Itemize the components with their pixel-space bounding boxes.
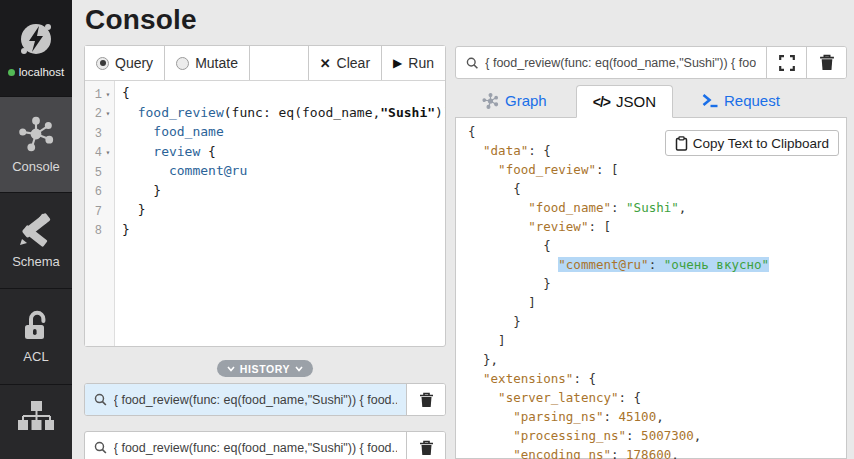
- clear-result-button[interactable]: [806, 47, 846, 78]
- sidebar-item-label: Console: [12, 159, 60, 174]
- sidebar-item-cluster[interactable]: [0, 385, 72, 459]
- radio-unselected-icon: [176, 57, 189, 70]
- graph-tab-icon: [482, 93, 499, 109]
- run-play-icon: ▶: [393, 56, 402, 70]
- json-result-panel: Copy Text to Clipboard { "data": { "food…: [455, 118, 847, 459]
- history-toggle-row: HISTORY: [84, 360, 446, 377]
- result-query-preview[interactable]: { food_review(func: eq(food_name,"Sushi"…: [456, 47, 766, 78]
- query-mode-label: Query: [115, 55, 153, 71]
- cluster-icon: [18, 398, 54, 438]
- clear-x-icon: ✕: [320, 56, 331, 71]
- trash-icon: [419, 392, 434, 408]
- graph-network-icon: [17, 116, 55, 152]
- chevron-down-icon: [295, 366, 303, 372]
- history-item: { food_review(func: eq(food_name,"Sushi"…: [84, 431, 446, 459]
- tab-graph[interactable]: Graph: [465, 84, 564, 117]
- result-tabs: Graph </> JSON Request: [455, 85, 847, 118]
- connection-status-dot: [8, 69, 15, 76]
- result-query-bar: { food_review(func: eq(food_name,"Sushi"…: [455, 46, 847, 79]
- sidebar-item-label: ACL: [23, 349, 48, 364]
- search-icon: [94, 441, 107, 454]
- chevron-down-icon: [227, 366, 235, 372]
- sidebar-item-acl[interactable]: ACL: [0, 289, 72, 385]
- history-delete-button[interactable]: [406, 384, 445, 415]
- clipboard-icon: [675, 136, 688, 151]
- tab-json[interactable]: </> JSON: [576, 85, 673, 118]
- radio-selected-icon: [96, 57, 109, 70]
- history-delete-button[interactable]: [406, 432, 445, 459]
- copy-to-clipboard-button[interactable]: Copy Text to Clipboard: [665, 130, 839, 156]
- sidebar-item-console[interactable]: Console: [0, 97, 72, 193]
- query-editor[interactable]: 1▾2▾34▾5678 { food_review(func: eq(food_…: [85, 81, 445, 346]
- page-title: Console: [85, 4, 197, 36]
- editor-code[interactable]: { food_review(func: eq(food_name,"Sushi"…: [115, 81, 445, 346]
- query-toolbar: Query Mutate ✕ Clear ▶ Run: [85, 46, 445, 81]
- mutate-mode-radio[interactable]: Mutate: [165, 46, 250, 80]
- search-icon: [94, 393, 107, 406]
- sidebar-item-label: Schema: [12, 254, 60, 269]
- clear-button[interactable]: ✕ Clear: [309, 46, 382, 80]
- sidebar-item-schema[interactable]: Schema: [0, 193, 72, 289]
- trash-icon: [819, 54, 835, 71]
- fullscreen-button[interactable]: [766, 47, 806, 78]
- run-button[interactable]: ▶ Run: [382, 46, 445, 80]
- server-label: localhost: [19, 66, 64, 78]
- history-item: { food_review(func: eq(food_name,"Sushi"…: [84, 383, 446, 416]
- fold-arrow-icon[interactable]: ▾: [102, 91, 114, 99]
- terminal-prompt-icon: [702, 93, 718, 108]
- trash-icon: [419, 440, 434, 456]
- history-item-query[interactable]: { food_review(func: eq(food_name,"Sushi"…: [85, 432, 406, 459]
- fold-arrow-icon[interactable]: ▾: [102, 149, 114, 157]
- mutate-mode-label: Mutate: [195, 55, 238, 71]
- sidebar-logo-block[interactable]: localhost: [0, 0, 72, 97]
- json-result-text[interactable]: { "data": { "food_review": [ { "food_nam…: [456, 118, 846, 459]
- dgraph-logo-icon: [15, 18, 57, 60]
- fold-arrow-icon[interactable]: ▾: [102, 110, 114, 118]
- search-icon: [466, 56, 478, 70]
- history-item-query[interactable]: { food_review(func: eq(food_name,"Sushi"…: [85, 384, 406, 415]
- toolbar-spacer: [250, 46, 309, 80]
- query-panel: Query Mutate ✕ Clear ▶ Run 1▾2▾34▾5678 {…: [84, 45, 446, 347]
- unlock-icon: [19, 309, 53, 342]
- pencil-ruler-icon: [18, 213, 54, 247]
- sidebar: localhost Console: [0, 0, 72, 459]
- fullscreen-icon: [779, 55, 795, 71]
- code-brackets-icon: </>: [593, 94, 610, 110]
- tab-request[interactable]: Request: [685, 84, 797, 117]
- history-toggle-button[interactable]: HISTORY: [217, 360, 313, 377]
- editor-gutter[interactable]: 1▾2▾34▾5678: [85, 81, 115, 346]
- query-mode-radio[interactable]: Query: [85, 46, 165, 80]
